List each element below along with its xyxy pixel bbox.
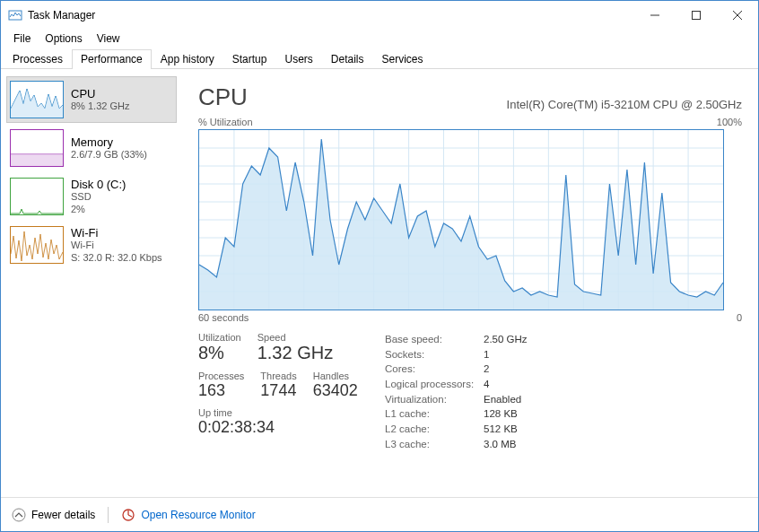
disk-thumb xyxy=(10,178,64,215)
cpu-text: CPU 8% 1.32 GHz xyxy=(71,87,129,112)
footer-divider xyxy=(108,507,109,523)
window-controls xyxy=(634,1,758,29)
chart-bottom-labels: 60 seconds 0 xyxy=(198,312,742,323)
cpu-model: Intel(R) Core(TM) i5-3210M CPU @ 2.50GHz xyxy=(507,98,742,111)
spec-row: Base speed:2.50 GHz xyxy=(385,332,528,347)
disk-label: Disk 0 (C:) xyxy=(71,178,126,191)
stat-handles: Handles 63402 xyxy=(313,371,358,400)
spec-row: Sockets:1 xyxy=(385,347,528,362)
spec-row: L3 cache:3.0 MB xyxy=(385,437,528,452)
svg-rect-2 xyxy=(693,11,701,19)
spec-row: Cores:2 xyxy=(385,362,528,377)
sidebar-item-memory[interactable]: Memory 2.6/7.9 GB (33%) xyxy=(6,125,177,171)
menu-file[interactable]: File xyxy=(6,31,38,47)
cpu-utilization-chart[interactable] xyxy=(198,129,724,310)
wifi-label: Wi-Fi xyxy=(71,226,162,240)
menubar: File Options View xyxy=(1,29,758,48)
cpu-thumb xyxy=(10,81,64,118)
chart-top-labels: % Utilization 100% xyxy=(198,117,742,127)
memory-text: Memory 2.6/7.9 GB (33%) xyxy=(71,135,147,161)
footer: Fewer details Open Resource Monitor xyxy=(1,497,758,531)
stat-uptime: Up time 0:02:38:34 xyxy=(198,407,378,437)
open-resource-monitor-link[interactable]: Open Resource Monitor xyxy=(121,508,255,522)
memory-thumb xyxy=(10,129,64,167)
minimize-button[interactable] xyxy=(634,1,676,29)
disk-text: Disk 0 (C:) SSD 2% xyxy=(71,178,126,214)
wifi-sub: Wi-Fi S: 32.0 R: 32.0 Kbps xyxy=(71,240,162,263)
spec-row: Logical processors:4 xyxy=(385,377,528,392)
stat-threads: Threads 1744 xyxy=(260,371,296,400)
window-title: Task Manager xyxy=(28,9,634,22)
disk-sub: SSD 2% xyxy=(71,191,126,214)
memory-sub: 2.6/7.9 GB (33%) xyxy=(71,149,147,161)
maximize-button[interactable] xyxy=(676,1,717,29)
cpu-label: CPU xyxy=(71,87,129,100)
wifi-thumb xyxy=(10,226,64,264)
tab-performance[interactable]: Performance xyxy=(72,49,152,69)
tab-app-history[interactable]: App history xyxy=(152,49,223,69)
spec-row: L1 cache:128 KB xyxy=(385,406,528,422)
tab-startup[interactable]: Startup xyxy=(223,49,276,69)
stat-speed: Speed 1.32 GHz xyxy=(257,332,333,363)
cpu-sub: 8% 1.32 GHz xyxy=(71,100,129,112)
content-area: CPU 8% 1.32 GHz Memory 2.6/7.9 GB (33%) … xyxy=(1,69,758,497)
memory-label: Memory xyxy=(71,135,147,149)
close-button[interactable] xyxy=(717,1,758,29)
titlebar: Task Manager xyxy=(1,1,758,29)
fewer-details-button[interactable]: Fewer details xyxy=(12,508,95,522)
svg-point-30 xyxy=(13,509,25,521)
chart-ylabel: % Utilization xyxy=(198,117,253,127)
chevron-up-icon xyxy=(12,508,26,522)
menu-view[interactable]: View xyxy=(90,31,127,47)
sidebar-item-cpu[interactable]: CPU 8% 1.32 GHz xyxy=(6,76,177,123)
resource-monitor-icon xyxy=(121,508,135,522)
main-panel: CPU Intel(R) Core(TM) i5-3210M CPU @ 2.5… xyxy=(182,69,758,497)
app-icon xyxy=(8,8,22,22)
wifi-text: Wi-Fi Wi-Fi S: 32.0 R: 32.0 Kbps xyxy=(71,226,162,263)
stats-left: Utilization 8% Speed 1.32 GHz Processes … xyxy=(198,332,378,451)
main-header: CPU Intel(R) Core(TM) i5-3210M CPU @ 2.5… xyxy=(198,83,742,111)
stats-specs: Base speed:2.50 GHzSockets:1Cores:2Logic… xyxy=(385,332,528,451)
tab-services[interactable]: Services xyxy=(373,49,432,69)
stats-area: Utilization 8% Speed 1.32 GHz Processes … xyxy=(198,332,742,451)
sidebar-item-wifi[interactable]: Wi-Fi Wi-Fi S: 32.0 R: 32.0 Kbps xyxy=(6,222,177,268)
main-title: CPU xyxy=(198,83,248,111)
tabbar: Processes Performance App history Startu… xyxy=(1,48,758,69)
sidebar-item-disk[interactable]: Disk 0 (C:) SSD 2% xyxy=(6,173,177,220)
menu-options[interactable]: Options xyxy=(38,31,89,47)
chart-xleft: 60 seconds xyxy=(198,312,249,323)
spec-row: Virtualization:Enabled xyxy=(385,392,528,407)
chart-xright: 0 xyxy=(737,312,742,323)
tab-users[interactable]: Users xyxy=(275,49,321,69)
chart-ymax: 100% xyxy=(717,117,742,127)
svg-line-33 xyxy=(128,515,132,517)
stat-processes: Processes 163 xyxy=(198,371,244,400)
svg-rect-5 xyxy=(11,154,63,166)
spec-row: L2 cache:512 KB xyxy=(385,422,528,437)
tab-processes[interactable]: Processes xyxy=(4,49,72,69)
stat-utilization: Utilization 8% xyxy=(198,332,241,363)
sidebar: CPU 8% 1.32 GHz Memory 2.6/7.9 GB (33%) … xyxy=(1,69,182,497)
tab-details[interactable]: Details xyxy=(322,49,373,69)
